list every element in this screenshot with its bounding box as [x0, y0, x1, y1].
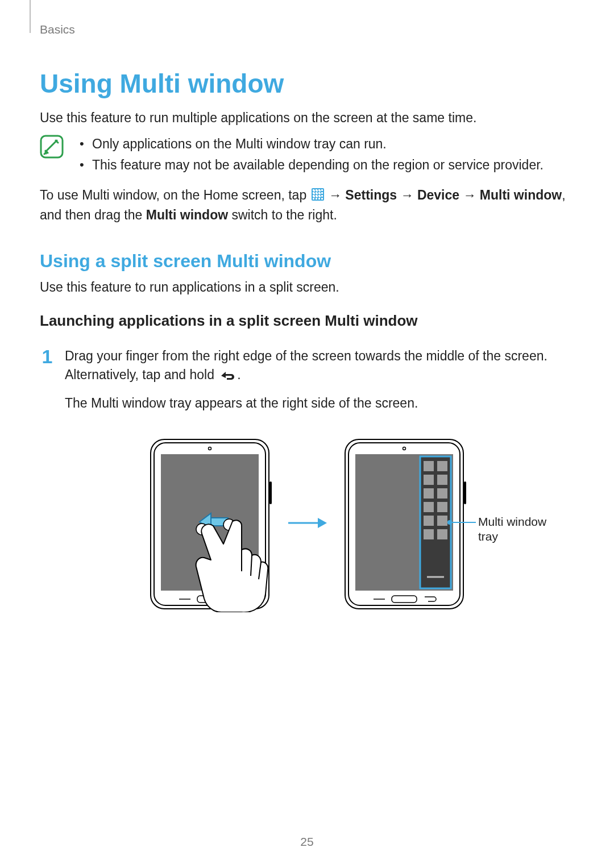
svg-rect-61 [424, 529, 434, 539]
svg-rect-55 [424, 488, 434, 499]
text: switch to the right. [228, 207, 337, 222]
page-title: Using Multi window [40, 68, 574, 99]
svg-rect-17 [321, 189, 323, 191]
path-multiwindow: Multi window [480, 188, 562, 202]
callout-line [451, 522, 476, 523]
sub-intro: Use this feature to run applications in … [40, 279, 574, 296]
path-settings: Settings [345, 188, 397, 202]
page-number: 25 [0, 835, 614, 849]
svg-rect-59 [424, 516, 434, 526]
svg-rect-19 [316, 192, 317, 194]
apps-grid-icon [312, 187, 324, 206]
svg-rect-14 [313, 189, 314, 191]
svg-rect-20 [318, 192, 320, 194]
note-item: This feature may not be available depend… [76, 155, 574, 176]
svg-rect-26 [313, 198, 314, 200]
note-block: Only applications on the Multi window tr… [40, 134, 574, 176]
svg-rect-24 [318, 195, 320, 197]
intro-paragraph: Use this feature to run multiple applica… [40, 109, 574, 127]
svg-rect-28 [318, 198, 320, 200]
arrow-text: → [400, 188, 417, 202]
text: To use Multi window, on the Home screen,… [40, 188, 310, 202]
section-subtitle: Using a split screen Multi window [40, 251, 574, 272]
arrow-right-icon [287, 516, 327, 532]
svg-rect-53 [424, 475, 434, 485]
svg-rect-25 [321, 195, 323, 197]
svg-rect-27 [316, 198, 317, 200]
svg-rect-57 [424, 502, 434, 512]
step-number: 1 [40, 347, 55, 420]
step-line-2: The Multi window tray appears at the rig… [65, 394, 574, 412]
svg-rect-16 [318, 189, 320, 191]
step-body: Drag your finger from the right edge of … [65, 347, 574, 420]
text: Drag your finger from the right edge of … [65, 348, 547, 381]
svg-rect-45 [464, 481, 466, 504]
breadcrumb: Basics [40, 23, 574, 36]
figure-row: Multi window tray [40, 436, 574, 612]
tablet-after-illustration: Multi window tray [342, 436, 467, 612]
step-1: 1 Drag your finger from the right edge o… [40, 347, 574, 420]
step-line-1: Drag your finger from the right edge of … [65, 347, 574, 385]
text: . [237, 367, 240, 382]
svg-rect-18 [313, 192, 314, 194]
note-item: Only applications on the Multi window tr… [76, 134, 574, 155]
svg-rect-58 [437, 502, 447, 512]
bold-switch: Multi window [146, 207, 228, 222]
header-divider [30, 0, 31, 33]
svg-rect-22 [313, 195, 314, 197]
svg-rect-60 [437, 516, 447, 526]
tablet-before-illustration [147, 436, 272, 612]
svg-rect-54 [437, 475, 447, 485]
svg-rect-23 [316, 195, 317, 197]
svg-rect-15 [316, 189, 317, 191]
back-icon [219, 368, 236, 386]
arrow-text: → [329, 188, 345, 202]
path-device: Device [417, 188, 459, 202]
svg-rect-56 [437, 488, 447, 499]
arrow-text: → [463, 188, 479, 202]
manual-page: Basics Using Multi window Use this featu… [0, 0, 614, 868]
setup-instruction: To use Multi window, on the Home screen,… [40, 186, 574, 225]
svg-rect-29 [321, 198, 323, 200]
note-icon [40, 135, 64, 161]
svg-rect-32 [269, 481, 272, 504]
svg-rect-62 [437, 529, 447, 539]
note-list: Only applications on the Multi window tr… [76, 134, 574, 176]
svg-rect-21 [321, 192, 323, 194]
section-subsub: Launching applications in a split screen… [40, 312, 574, 330]
svg-marker-42 [318, 518, 327, 528]
callout-label: Multi window tray [478, 514, 546, 545]
svg-rect-52 [437, 461, 447, 471]
svg-rect-51 [424, 461, 434, 471]
